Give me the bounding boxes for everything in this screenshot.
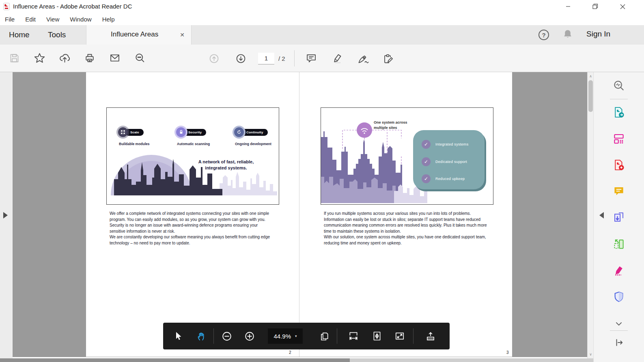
- zoom-level-dropdown[interactable]: 44.9% ▾: [268, 328, 303, 344]
- search-button[interactable]: [134, 52, 146, 64]
- tab-close-icon: ✕: [180, 32, 185, 38]
- select-tool-button[interactable]: [173, 331, 183, 341]
- zoombar-divider: [337, 328, 337, 344]
- print-button[interactable]: [84, 52, 96, 64]
- checklist-item: ✓ Dedicated support: [422, 157, 467, 166]
- fullscreen-button[interactable]: [394, 331, 405, 341]
- vertical-scrollbar[interactable]: ∧ ∨: [587, 72, 593, 358]
- comment-tool[interactable]: [612, 184, 626, 198]
- highlight-button[interactable]: [331, 52, 343, 64]
- paragraph: Security is no longer an issue with awar…: [110, 223, 274, 234]
- badge-label: Continuity: [241, 129, 268, 136]
- menu-window[interactable]: Window: [70, 16, 91, 23]
- show-toolbar-button[interactable]: [425, 331, 436, 341]
- marquee-zoom-tool[interactable]: [612, 79, 626, 92]
- create-pdf-tool[interactable]: [612, 158, 626, 172]
- previous-page-button[interactable]: [208, 52, 220, 64]
- restore-button[interactable]: [589, 1, 601, 12]
- checklist-item: ✓ Reduced upkeep: [422, 174, 465, 183]
- close-button[interactable]: [616, 1, 629, 12]
- fit-width-button[interactable]: [348, 331, 359, 341]
- page-number-input[interactable]: [258, 53, 274, 64]
- save-icon: [9, 53, 20, 64]
- scroll-down-button[interactable]: ∨: [588, 351, 594, 358]
- export-pdf-icon: [613, 106, 625, 118]
- callout-text: One system across multiple sites: [374, 120, 407, 131]
- fill-sign-tool[interactable]: [612, 263, 626, 277]
- protect-tool[interactable]: [612, 290, 626, 304]
- comment-button[interactable]: [305, 52, 317, 64]
- badge-continuity: Continuity: [234, 127, 268, 137]
- scrollbar-thumb[interactable]: [588, 80, 593, 112]
- wifi-circle: [357, 122, 372, 138]
- fill-sign-button[interactable]: [382, 52, 394, 64]
- open-tools-pane-button[interactable]: [612, 336, 626, 349]
- fit-page-icon: [372, 331, 382, 341]
- cloud-upload-icon: [59, 52, 71, 64]
- tab-home[interactable]: Home: [9, 25, 30, 45]
- city-dome-illustration: [107, 108, 279, 204]
- menu-help[interactable]: Help: [102, 16, 115, 23]
- minimize-button[interactable]: [562, 1, 574, 12]
- tab-tools[interactable]: Tools: [48, 25, 66, 45]
- tab-close-button[interactable]: ✕: [177, 30, 187, 40]
- next-page-button[interactable]: [235, 52, 247, 64]
- search-icon: [134, 52, 146, 64]
- edit-pdf-tool[interactable]: [612, 132, 626, 146]
- menu-edit[interactable]: Edit: [25, 16, 36, 23]
- edit-pdf-icon: [613, 133, 625, 145]
- page-margin-left: [13, 72, 86, 357]
- combine-files-icon: [613, 212, 625, 224]
- window-title: Influence Areas - Adobe Acrobat Reader D…: [13, 3, 132, 10]
- badge-caption: Buildable modules: [119, 142, 150, 146]
- sign-button[interactable]: [357, 52, 369, 64]
- arrow-up-circle-icon: [209, 53, 220, 64]
- email-button[interactable]: [109, 52, 121, 64]
- menu-view[interactable]: View: [46, 16, 59, 23]
- left-page-text: We offer a complete network of integrate…: [110, 211, 274, 246]
- horizontal-scrollbar[interactable]: [0, 358, 593, 362]
- zoom-in-button[interactable]: [244, 331, 255, 341]
- open-pane-icon: [614, 337, 624, 348]
- organize-pages-tool[interactable]: [612, 237, 626, 251]
- tab-document[interactable]: Influence Areas ✕: [86, 25, 192, 45]
- page-divider: [299, 72, 299, 357]
- check-icon: ✓: [422, 174, 431, 183]
- save-button[interactable]: [8, 52, 20, 64]
- combine-files-tool[interactable]: [612, 211, 626, 225]
- cursor-icon: [174, 331, 183, 341]
- badge-security: Security: [176, 127, 206, 137]
- export-pdf-tool[interactable]: [612, 105, 626, 119]
- badge-caption: Ongoing development: [235, 142, 271, 146]
- zoom-out-button[interactable]: [222, 331, 232, 341]
- title-bar: Influence Areas - Adobe Acrobat Reader D…: [0, 0, 644, 13]
- sign-in-button[interactable]: Sign In: [586, 30, 610, 39]
- minimize-icon: [566, 4, 571, 9]
- scroll-up-button[interactable]: ∧: [588, 73, 594, 79]
- shield-icon: [613, 291, 625, 303]
- right-page-text: If you run multiple systems across your …: [324, 211, 489, 246]
- hand-tool-button[interactable]: [196, 331, 207, 341]
- upload-cloud-button[interactable]: [58, 52, 71, 64]
- more-tools-button[interactable]: [612, 317, 626, 331]
- checklist-item: ✓ Integrated systems: [422, 140, 468, 149]
- zoom-in-icon: [244, 331, 255, 342]
- left-page-number: 2: [289, 350, 291, 355]
- favorites-button[interactable]: [33, 52, 45, 64]
- comment-tool-icon: [613, 185, 625, 197]
- fountain-pen-icon: [357, 52, 369, 64]
- page-display-button[interactable]: [319, 331, 330, 341]
- right-page-number: 3: [506, 350, 509, 355]
- scrollbar-thumb[interactable]: [0, 358, 350, 362]
- help-button[interactable]: ?: [538, 30, 549, 40]
- right-page-illustration: One system across multiple sites ✓ Integ…: [321, 107, 493, 205]
- fit-page-button[interactable]: [372, 331, 382, 341]
- zoom-out-icon: [222, 331, 232, 342]
- collapse-panel-arrow[interactable]: [599, 212, 604, 218]
- menu-file[interactable]: File: [5, 16, 15, 23]
- notifications-button[interactable]: [562, 29, 573, 40]
- marquee-zoom-icon: [613, 79, 625, 92]
- left-panel-toggle[interactable]: [3, 212, 8, 218]
- check-icon: ✓: [422, 140, 431, 149]
- paragraph: With our solution, one system across mul…: [324, 234, 489, 246]
